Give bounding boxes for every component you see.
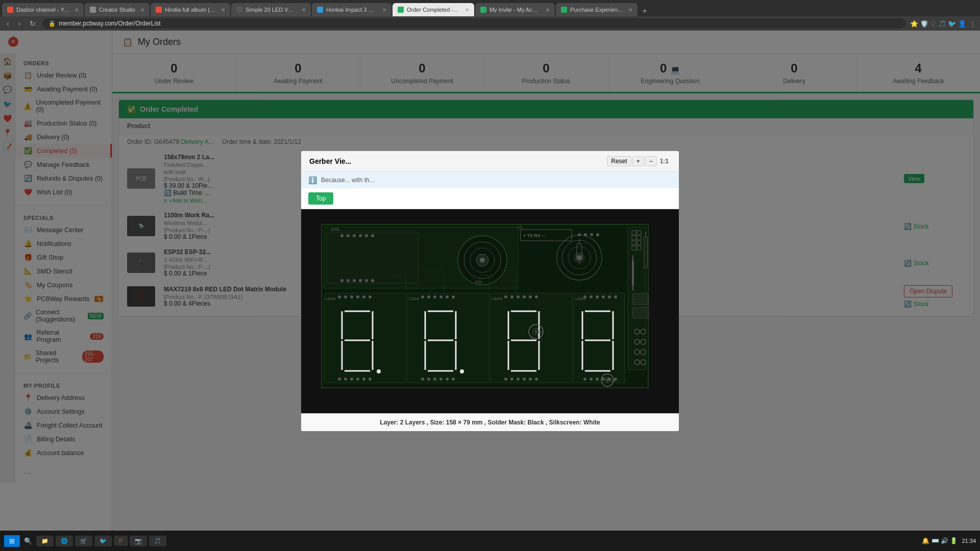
taskbar-clock: 21:34 — [962, 538, 976, 544]
svg-rect-45 — [324, 293, 406, 383]
tab-vumeter[interactable]: Simple 20 LED Vu Meter U... ✕ — [231, 3, 311, 16]
svg-point-10 — [340, 279, 344, 282]
svg-point-111 — [596, 295, 599, 298]
zoom-value: 1:1 — [658, 158, 671, 165]
svg-point-11 — [347, 279, 350, 282]
forward-button[interactable]: › — [16, 18, 23, 29]
back-button[interactable]: ‹ — [4, 18, 12, 29]
svg-point-71 — [452, 295, 455, 298]
footer-size-label: , Size: — [427, 419, 446, 426]
taskbar-browser[interactable]: 🌐 — [56, 536, 73, 546]
tab-hindia[interactable]: Hindia full album (top 13 ... ✕ — [151, 3, 230, 16]
svg-point-73 — [427, 378, 430, 381]
svg-point-107 — [535, 331, 537, 333]
svg-point-49 — [356, 295, 359, 298]
url-text: member.pcbway.com/Order/OrderList — [59, 20, 160, 27]
tab-invite[interactable]: My Invite - My Account - P... ✕ — [475, 3, 555, 16]
tab-creator[interactable]: Creator Studio ✕ — [85, 3, 150, 16]
modal-tabs: Top — [301, 188, 679, 209]
footer-mask-value: Black — [528, 419, 544, 426]
browser-menu-button[interactable]: ⋮ — [969, 20, 976, 28]
svg-point-30 — [578, 233, 581, 236]
pcb-label-disl: DISL — [331, 227, 340, 232]
svg-point-114 — [614, 295, 617, 298]
taskbar-twitter[interactable]: 🐦 — [94, 536, 112, 546]
refresh-button[interactable]: ↻ — [27, 18, 38, 29]
svg-point-14 — [365, 279, 368, 282]
svg-point-32 — [590, 233, 593, 236]
led4-label: LED4 — [492, 296, 503, 301]
tabs-bar: Dasbor channel - YouTub... ✕ Creator Stu… — [0, 0, 980, 16]
zoom-out-button[interactable]: − — [645, 156, 657, 166]
svg-point-110 — [590, 295, 593, 298]
modal-overlay[interactable]: Gerber Vie... Reset + − 1:1 ℹ️ Because..… — [0, 31, 980, 551]
taskbar-pcbway[interactable]: P — [114, 536, 128, 546]
svg-point-47 — [344, 295, 347, 298]
modal-info-text: Because... with th... — [321, 177, 375, 184]
reset-zoom-button[interactable]: Reset — [607, 156, 631, 166]
tab-honkai[interactable]: Honkai Impact 3 Official S... ✕ — [312, 3, 391, 16]
svg-point-89 — [523, 295, 526, 298]
svg-point-74 — [433, 378, 436, 381]
ssl-lock-icon: 🔒 — [48, 20, 56, 27]
svg-point-115 — [583, 378, 586, 381]
svg-point-70 — [446, 295, 449, 298]
svg-point-118 — [602, 378, 605, 381]
svg-point-4 — [340, 234, 344, 237]
svg-point-117 — [596, 378, 599, 381]
svg-point-75 — [439, 378, 443, 381]
svg-point-88 — [517, 295, 520, 298]
svg-point-68 — [433, 295, 436, 298]
svg-point-56 — [362, 378, 365, 381]
address-bar: ‹ › ↻ 🔒 member.pcbway.com/Order/OrderLis… — [0, 16, 980, 31]
info-icon: ℹ️ — [308, 176, 317, 184]
taskbar-file-explorer[interactable]: 📁 — [36, 536, 54, 546]
svg-point-77 — [452, 378, 455, 381]
svg-point-8 — [365, 234, 368, 237]
svg-rect-153 — [632, 260, 634, 286]
svg-rect-108 — [574, 293, 625, 383]
tab-order-completed[interactable]: Order Completed - My Acc... ✕ — [393, 3, 474, 16]
footer-mask-label: , Solder Mask: — [484, 419, 528, 426]
gerber-viewer-modal: Gerber Vie... Reset + − 1:1 ℹ️ Because..… — [301, 151, 679, 431]
svg-point-51 — [369, 295, 372, 298]
taskbar-store[interactable]: 🛒 — [75, 536, 92, 546]
svg-point-9 — [371, 234, 374, 237]
svg-point-7 — [359, 234, 362, 237]
url-bar[interactable]: 🔒 member.pcbway.com/Order/OrderList — [42, 18, 906, 29]
footer-size-value: 158 × 79 — [446, 419, 470, 426]
svg-point-92 — [504, 378, 507, 381]
svg-point-94 — [517, 378, 520, 381]
rt-label: RT — [540, 331, 545, 334]
browser-chrome: Dasbor channel - YouTub... ✕ Creator Stu… — [0, 0, 980, 31]
zoom-in-button[interactable]: + — [632, 156, 644, 166]
svg-point-69 — [439, 295, 443, 298]
start-button[interactable]: ⊞ — [4, 535, 20, 547]
pcb-svg: DISL SGL + TX RX − — [301, 209, 679, 413]
extensions-area: ⭐ 🛡️ ♡ 🎵 🐦 👤 — [910, 20, 966, 28]
svg-point-15 — [371, 279, 374, 282]
tab-purchase[interactable]: Purchase Experience and S... ✕ — [556, 3, 638, 16]
footer-size-unit: mm — [472, 419, 482, 426]
svg-point-13 — [359, 279, 362, 282]
svg-point-109 — [583, 295, 586, 298]
taskbar-app1[interactable]: 📷 — [130, 536, 147, 546]
pcb-label-u1: U1 — [518, 226, 523, 229]
svg-point-66 — [421, 295, 424, 298]
digit-led2-dot — [377, 369, 381, 373]
svg-point-55 — [356, 378, 359, 381]
tab-youtube[interactable]: Dasbor channel - YouTub... ✕ — [2, 3, 84, 16]
search-taskbar-button[interactable]: 🔍 — [22, 537, 34, 545]
rk-label: RK — [611, 379, 616, 383]
svg-point-93 — [510, 378, 513, 381]
led2-label: LED2 — [326, 296, 336, 301]
taskbar-right: 🔔 ⌨️ 🔊 🔋 21:34 — [922, 537, 976, 544]
svg-point-76 — [446, 378, 449, 381]
new-tab-button[interactable]: ＋ — [641, 6, 649, 16]
svg-point-53 — [344, 378, 347, 381]
modal-footer: Layer: 2 Layers , Size: 158 × 79 mm , So… — [301, 413, 679, 431]
top-tab-button[interactable]: Top — [308, 192, 333, 205]
taskbar-app2[interactable]: 🎵 — [149, 536, 166, 546]
footer-layer-label: Layer: — [380, 419, 400, 426]
svg-point-54 — [350, 378, 353, 381]
